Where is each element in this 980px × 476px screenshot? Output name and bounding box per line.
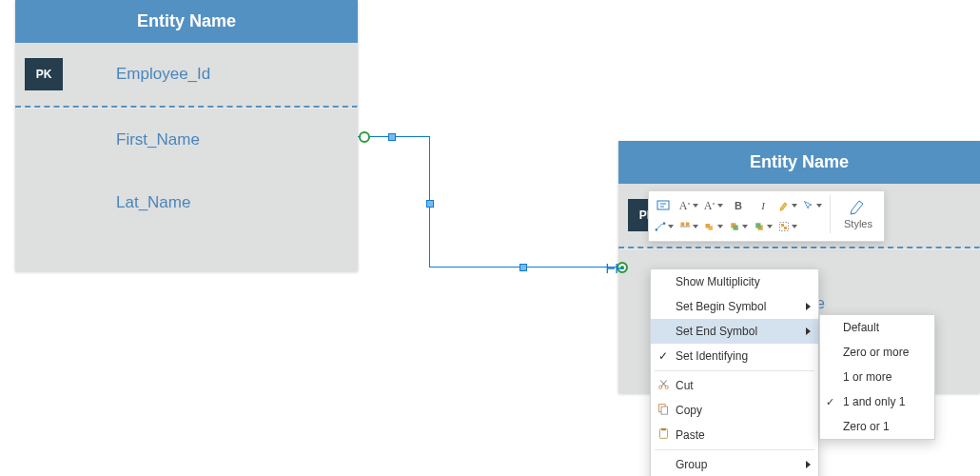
entity-header: Entity Name: [15, 0, 358, 43]
submenu-label: 1 or more: [843, 370, 892, 384]
svg-rect-17: [661, 407, 668, 414]
attribute-employee-id: Employee_Id: [116, 65, 210, 84]
submenu-arrow-icon: [806, 327, 811, 335]
italic-icon[interactable]: I: [754, 197, 773, 214]
bold-icon[interactable]: B: [729, 197, 748, 214]
svg-rect-13: [784, 227, 787, 229]
svg-rect-8: [734, 226, 738, 230]
svg-rect-3: [681, 223, 685, 227]
submenu-label: Default: [843, 321, 879, 334]
connector-endpoint-begin[interactable]: [359, 131, 370, 143]
menu-set-identifying[interactable]: ✓ Set Identifying: [651, 344, 818, 368]
send-back-icon[interactable]: [754, 218, 773, 235]
end-symbol-glyph: ⊢⊢: [606, 259, 624, 277]
svg-rect-6: [709, 226, 714, 230]
submenu-label: Zero or 1: [843, 420, 890, 433]
svg-rect-19: [661, 428, 666, 430]
connector-handle[interactable]: [426, 200, 434, 208]
menu-label: Cut: [676, 379, 694, 392]
entity-pk-row[interactable]: PK Employee_Id: [15, 43, 358, 106]
entity-divider: [618, 247, 980, 249]
menu-copy[interactable]: Copy: [651, 398, 818, 423]
attribute-first-name: First_Name: [116, 130, 200, 149]
pk-badge: PK: [25, 58, 63, 90]
menu-show-multiplicity[interactable]: Show Multiplicity: [651, 269, 818, 294]
font-larger-icon[interactable]: A˄: [704, 197, 723, 214]
menu-label: Set End Symbol: [676, 325, 757, 338]
menu-set-begin-symbol[interactable]: Set Begin Symbol: [651, 294, 818, 319]
text-box-icon[interactable]: [655, 197, 674, 214]
arrange-icon[interactable]: [704, 218, 723, 235]
check-icon: ✓: [826, 396, 834, 408]
submenu-one-or-more[interactable]: 1 or more: [820, 365, 934, 389]
submenu-arrow-icon: [806, 303, 811, 310]
connector-handle[interactable]: [388, 133, 396, 141]
check-icon: ✓: [657, 349, 670, 363]
svg-rect-0: [657, 201, 669, 209]
align-icon[interactable]: [679, 218, 698, 235]
submenu-label: 1 and only 1: [843, 395, 905, 408]
submenu-one-and-only-one[interactable]: ✓ 1 and only 1: [820, 389, 934, 414]
entity-attr-row[interactable]: First_Name: [15, 109, 358, 171]
entity-attr-row[interactable]: Lat_Name: [15, 171, 358, 234]
entity-table-employee[interactable]: Entity Name PK Employee_Id First_Name La…: [15, 0, 358, 271]
menu-divider: [655, 449, 814, 450]
styles-label: Styles: [844, 218, 872, 229]
format-painter-icon[interactable]: [778, 197, 797, 214]
menu-label: Copy: [676, 404, 702, 417]
menu-label: Group: [676, 458, 707, 471]
context-menu[interactable]: Show Multiplicity Set Begin Symbol Set E…: [650, 268, 819, 476]
menu-divider: [655, 370, 814, 371]
svg-rect-10: [755, 223, 760, 228]
paste-icon: [657, 427, 670, 443]
svg-rect-2: [663, 223, 665, 225]
svg-rect-4: [686, 223, 690, 227]
submenu-zero-or-more[interactable]: Zero or more: [820, 340, 934, 365]
submenu-default[interactable]: Default: [820, 315, 934, 340]
menu-label: Paste: [676, 428, 705, 442]
font-smaller-icon[interactable]: A˅: [679, 197, 698, 214]
svg-rect-1: [656, 228, 657, 230]
menu-cut[interactable]: Cut: [651, 373, 818, 398]
connector-icon[interactable]: [655, 218, 674, 235]
pointer-icon[interactable]: [803, 197, 822, 214]
submenu-zero-or-one[interactable]: Zero or 1: [820, 414, 934, 439]
attribute-last-name: Lat_Name: [116, 193, 190, 212]
connector-handle[interactable]: [519, 264, 527, 271]
menu-label: Set Identifying: [676, 349, 748, 363]
svg-rect-12: [781, 224, 784, 227]
menu-label: Set Begin Symbol: [676, 300, 766, 313]
submenu-arrow-icon: [806, 461, 811, 468]
submenu-label: Zero or more: [843, 346, 909, 359]
group-icon[interactable]: [778, 218, 797, 235]
toolbar-separator: [830, 195, 831, 233]
menu-group[interactable]: Group: [651, 452, 818, 476]
menu-paste[interactable]: Paste: [651, 423, 818, 447]
menu-set-end-symbol[interactable]: Set End Symbol: [651, 319, 818, 344]
bring-front-icon[interactable]: [729, 218, 748, 235]
menu-label: Show Multiplicity: [676, 275, 760, 288]
copy-icon: [657, 403, 670, 418]
styles-button[interactable]: Styles: [838, 195, 878, 237]
end-symbol-submenu[interactable]: Default Zero or more 1 or more ✓ 1 and o…: [819, 314, 935, 440]
entity-header: Entity Name: [618, 141, 980, 184]
cut-icon: [657, 378, 670, 393]
mini-toolbar[interactable]: A˅ A˄ B I: [648, 190, 885, 242]
